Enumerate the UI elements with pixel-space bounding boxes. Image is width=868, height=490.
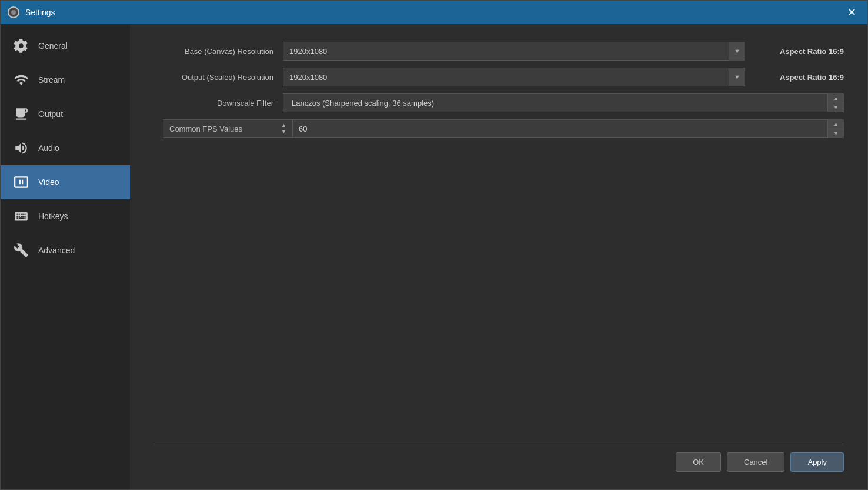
content-area: General Stream Output Audio [1,24,867,489]
form-area: Base (Canvas) Resolution 1920x1080 ▼ Asp… [153,42,844,444]
fps-label: Common FPS Values [169,125,242,133]
downscale-label: Downscale Filter [153,99,283,108]
ok-button[interactable]: OK [676,452,721,472]
base-resolution-select[interactable]: 1920x1080 [283,42,745,61]
fps-label-box: Common FPS Values ▲ ▼ [163,119,292,138]
audio-icon [12,139,30,157]
close-button[interactable]: ✕ [843,4,860,21]
sidebar-item-general[interactable]: General [1,29,130,63]
fps-row: Common FPS Values ▲ ▼ ▲ ▼ [153,119,844,138]
bottom-bar: OK Cancel Apply [153,444,844,472]
fps-spinner-arrows: ▲ ▼ [827,119,844,138]
stream-icon [12,71,30,89]
hotkeys-icon [12,207,30,225]
output-aspect-ratio-text: Aspect Ratio [780,73,829,82]
base-aspect-ratio-text: Aspect Ratio [780,47,829,56]
titlebar-left: Settings [8,6,55,18]
base-resolution-control: 1920x1080 ▼ Aspect Ratio 16:9 [283,42,844,61]
downscale-select-wrapper: Lanczos (Sharpened scaling, 36 samples) … [283,93,844,112]
sidebar-item-general-label: General [38,41,68,51]
output-resolution-control: 1920x1080 ▼ Aspect Ratio 16:9 [283,68,844,86]
sidebar-item-stream-label: Stream [38,75,65,85]
sidebar-item-output-label: Output [38,109,63,119]
sidebar-item-audio-label: Audio [38,143,59,153]
sidebar: General Stream Output Audio [1,24,130,489]
svg-point-1 [11,10,16,15]
advanced-icon [12,241,30,259]
output-icon [12,105,30,123]
sidebar-item-advanced-label: Advanced [38,246,75,255]
gear-icon [12,37,30,55]
video-icon [12,173,30,191]
fps-value-wrapper: ▲ ▼ [292,119,844,138]
output-aspect-ratio-value: 16:9 [829,73,844,82]
fps-control: Common FPS Values ▲ ▼ ▲ ▼ [163,119,844,138]
fps-label-up[interactable]: ▲ [281,122,286,129]
main-content: Base (Canvas) Resolution 1920x1080 ▼ Asp… [130,24,867,489]
base-aspect-ratio: Aspect Ratio 16:9 [750,47,844,56]
downscale-select[interactable]: Lanczos (Sharpened scaling, 36 samples) [283,93,844,112]
downscale-control: Lanczos (Sharpened scaling, 36 samples) … [283,93,844,112]
downscale-spinner-up[interactable]: ▲ [828,93,844,103]
output-resolution-select-wrapper: 1920x1080 ▼ [283,68,745,86]
base-aspect-ratio-value: 16:9 [829,47,844,56]
cancel-button[interactable]: Cancel [727,452,784,472]
output-resolution-label: Output (Scaled) Resolution [153,73,283,82]
apply-button[interactable]: Apply [790,452,844,472]
sidebar-item-video-label: Video [38,177,59,187]
fps-spinner-down[interactable]: ▼ [828,129,844,139]
sidebar-item-video[interactable]: Video [1,165,130,199]
sidebar-item-advanced[interactable]: Advanced [1,233,130,267]
base-resolution-row: Base (Canvas) Resolution 1920x1080 ▼ Asp… [153,42,844,61]
settings-window: Settings ✕ General Stream [0,0,868,490]
sidebar-item-audio[interactable]: Audio [1,131,130,165]
downscale-row: Downscale Filter Lanczos (Sharpened scal… [153,93,844,112]
output-resolution-row: Output (Scaled) Resolution 1920x1080 ▼ A… [153,68,844,86]
obs-icon [8,6,19,18]
sidebar-item-stream[interactable]: Stream [1,63,130,97]
downscale-spinner-down[interactable]: ▼ [828,103,844,113]
base-resolution-label: Base (Canvas) Resolution [153,47,283,56]
sidebar-item-hotkeys[interactable]: Hotkeys [1,199,130,233]
window-title: Settings [25,8,55,17]
fps-spinner-up[interactable]: ▲ [828,119,844,129]
downscale-spinner-arrows: ▲ ▼ [827,93,844,112]
titlebar: Settings ✕ [1,1,867,24]
sidebar-item-output[interactable]: Output [1,97,130,131]
base-resolution-select-wrapper: 1920x1080 ▼ [283,42,745,61]
output-resolution-select[interactable]: 1920x1080 [283,68,745,86]
fps-label-down[interactable]: ▼ [281,129,286,135]
sidebar-item-hotkeys-label: Hotkeys [38,212,68,221]
output-aspect-ratio: Aspect Ratio 16:9 [750,73,844,82]
fps-input[interactable] [292,119,844,138]
